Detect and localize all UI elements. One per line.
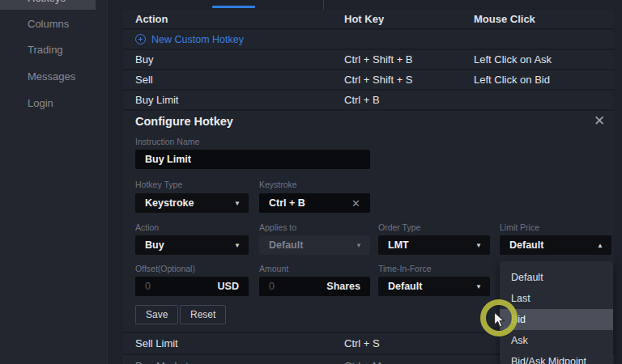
- action-value: Buy: [145, 239, 164, 251]
- chevron-down-icon: ▼: [475, 242, 482, 249]
- close-icon[interactable]: ✕: [594, 114, 605, 128]
- order-type-label: Order Type: [378, 222, 420, 232]
- new-custom-hotkey-button[interactable]: New Custom Hotkey: [135, 30, 244, 49]
- amount-placeholder: 0: [269, 281, 326, 292]
- header-mouse-click: Mouse Click: [474, 10, 535, 28]
- time-in-force-value: Default: [388, 281, 422, 292]
- dropdown-option-bid-ask-midpoint[interactable]: Bid/Ask Midpoint: [500, 351, 613, 364]
- chevron-down-icon: ▼: [234, 242, 241, 249]
- applies-to-select[interactable]: Default ▼: [259, 235, 370, 255]
- sidebar-item-label: Columns: [28, 18, 69, 30]
- row-hotkey: Ctrl + S: [344, 333, 380, 353]
- chevron-down-icon: ▼: [356, 242, 362, 249]
- active-tab-indicator: [212, 6, 255, 8]
- keystroke-value: Ctrl + B: [269, 197, 305, 209]
- sidebar-item-columns[interactable]: Columns: [0, 18, 108, 31]
- row-action: Buy: [135, 50, 153, 69]
- row-action: Buy Market: [135, 357, 189, 364]
- chevron-down-icon: ▼: [234, 200, 241, 207]
- dropdown-option-ask[interactable]: Ask: [500, 330, 613, 351]
- table-row-buy-limit[interactable]: Buy Limit Ctrl + B: [123, 91, 614, 111]
- sidebar-item-label: Hotkeys: [28, 0, 66, 4]
- dropdown-option-bid[interactable]: Bid: [500, 309, 613, 330]
- instruction-name-input[interactable]: Buy Limit: [135, 150, 370, 169]
- table-row[interactable]: Buy Ctrl + Shift + B Left Click on Ask: [123, 50, 614, 70]
- offset-unit: USD: [218, 281, 239, 292]
- instruction-name-label: Instruction Name: [135, 137, 199, 146]
- sidebar-item-hotkeys[interactable]: Hotkeys: [0, 0, 96, 10]
- limit-price-label: Limit Price: [500, 222, 539, 232]
- sidebar-item-messages[interactable]: Messages: [0, 70, 108, 83]
- amount-unit: Shares: [326, 281, 360, 292]
- header-hotkey: Hot Key: [344, 10, 384, 28]
- row-hotkey: Ctrl + M: [344, 357, 381, 364]
- new-custom-hotkey-row: New Custom Hotkey: [123, 30, 614, 50]
- sidebar-item-label: Trading: [28, 44, 63, 56]
- time-in-force-label: Time-In-Force: [378, 264, 432, 273]
- new-custom-hotkey-label: New Custom Hotkey: [151, 34, 244, 45]
- row-mouse-click: Left Click on Ask: [474, 50, 552, 69]
- row-action: Sell Limit: [135, 333, 178, 353]
- table-header-row: Action Hot Key Mouse Click: [123, 10, 614, 30]
- dropdown-option-last[interactable]: Last: [500, 288, 613, 309]
- plus-circle-icon: [135, 34, 146, 44]
- clear-keystroke-icon[interactable]: ✕: [351, 197, 360, 210]
- order-type-select[interactable]: LMT ▼: [378, 235, 490, 255]
- action-label: Action: [135, 222, 159, 232]
- action-select[interactable]: Buy ▼: [135, 235, 249, 255]
- hotkey-type-label: Hotkey Type: [135, 180, 182, 189]
- row-hotkey: Ctrl + Shift + S: [344, 70, 413, 89]
- header-action: Action: [135, 10, 168, 28]
- amount-label: Amount: [259, 264, 288, 273]
- table-row[interactable]: Sell Ctrl + Shift + S Left Click on Bid: [123, 70, 614, 91]
- save-button[interactable]: Save: [135, 305, 178, 324]
- offset-input[interactable]: 0 USD: [135, 277, 249, 296]
- sidebar-item-label: Login: [28, 97, 53, 109]
- sidebar-item-trading[interactable]: Trading: [0, 44, 108, 57]
- row-mouse-click: Left Click on Bid: [474, 70, 550, 89]
- configure-hotkey-title: Configure Hotkey: [135, 115, 233, 128]
- sidebar-item-login[interactable]: Login: [0, 97, 108, 110]
- limit-price-select[interactable]: Default ▲: [500, 235, 611, 255]
- applies-to-label: Applies to: [259, 222, 296, 232]
- chevron-down-icon: ▼: [475, 283, 482, 290]
- hotkey-type-value: Keystroke: [145, 197, 194, 209]
- hotkey-type-select[interactable]: Keystroke ▼: [135, 193, 249, 213]
- sidebar-item-label: Messages: [28, 70, 75, 83]
- time-in-force-select[interactable]: Default ▼: [378, 277, 490, 296]
- row-hotkey: Ctrl + Shift + B: [344, 50, 413, 69]
- tab-divider: [323, 0, 324, 10]
- order-type-value: LMT: [388, 239, 409, 251]
- keystroke-input[interactable]: Ctrl + B ✕: [259, 193, 370, 213]
- offset-label: Offset(Optional): [135, 264, 195, 273]
- settings-sidebar: Hotkeys Columns Trading Messages Login: [0, 0, 108, 364]
- instruction-name-value: Buy Limit: [145, 154, 191, 165]
- row-action: Sell: [135, 70, 153, 89]
- limit-price-dropdown: Default Last Bid Ask Bid/Ask Midpoint: [500, 261, 613, 364]
- dropdown-option-default[interactable]: Default: [500, 267, 613, 288]
- row-hotkey: Ctrl + B: [344, 91, 380, 109]
- chevron-up-icon: ▲: [597, 242, 603, 249]
- applies-to-value: Default: [269, 239, 303, 251]
- keystroke-label: Keystroke: [259, 180, 297, 189]
- row-action: Buy Limit: [135, 91, 178, 109]
- app-window: Hotkeys Columns Trading Messages Login A…: [0, 0, 622, 364]
- reset-button[interactable]: Reset: [180, 305, 226, 324]
- offset-placeholder: 0: [145, 281, 218, 292]
- limit-price-value: Default: [509, 239, 543, 251]
- amount-input[interactable]: 0 Shares: [259, 277, 370, 296]
